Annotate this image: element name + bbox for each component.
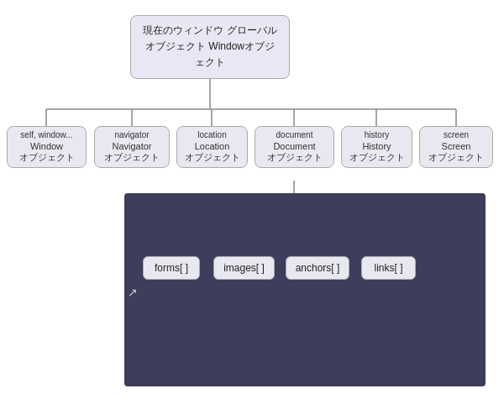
node-images: images[ ] (213, 256, 275, 280)
node-screen: screen Screenオブジェクト (419, 126, 493, 168)
navigator-bottom-label: Navigatorオブジェクト (100, 141, 164, 164)
node-navigator: navigator Navigatorオブジェクト (94, 126, 170, 168)
self-top-label: self, window... (13, 130, 81, 139)
document-bottom-label: Documentオブジェクト (260, 141, 328, 164)
diagram-container: 現在のウィンドウ グローバルオブジェクト Windowオブジェクト self, … (0, 0, 504, 420)
node-forms: forms[ ] (143, 256, 200, 280)
navigator-top-label: navigator (100, 130, 164, 139)
root-line1: 現在のウィンドウ (143, 24, 223, 36)
node-history: history Historyオブジェクト (341, 126, 412, 168)
links-label: links[ ] (374, 262, 402, 274)
node-document: document Documentオブジェクト (255, 126, 334, 168)
screen-bottom-label: Screenオブジェクト (425, 141, 487, 164)
location-bottom-label: Locationオブジェクト (182, 141, 242, 164)
node-self: self, window... Windowオブジェクト (7, 126, 87, 168)
dark-section (124, 193, 486, 386)
forms-label: forms[ ] (155, 262, 188, 274)
document-top-label: document (260, 130, 328, 139)
history-top-label: history (347, 130, 407, 139)
images-label: images[ ] (223, 262, 265, 274)
node-links: links[ ] (361, 256, 416, 280)
arrow-indicator: ↗ (128, 286, 138, 299)
node-anchors: anchors[ ] (286, 256, 349, 280)
location-top-label: location (182, 130, 242, 139)
anchors-label: anchors[ ] (296, 262, 340, 274)
screen-top-label: screen (425, 130, 487, 139)
history-bottom-label: Historyオブジェクト (347, 141, 407, 164)
self-bottom-label: Windowオブジェクト (13, 141, 81, 164)
node-location: location Locationオブジェクト (176, 126, 248, 168)
root-line3: Windowオブジェクト (195, 40, 275, 68)
root-node: 現在のウィンドウ グローバルオブジェクト Windowオブジェクト (130, 15, 290, 79)
